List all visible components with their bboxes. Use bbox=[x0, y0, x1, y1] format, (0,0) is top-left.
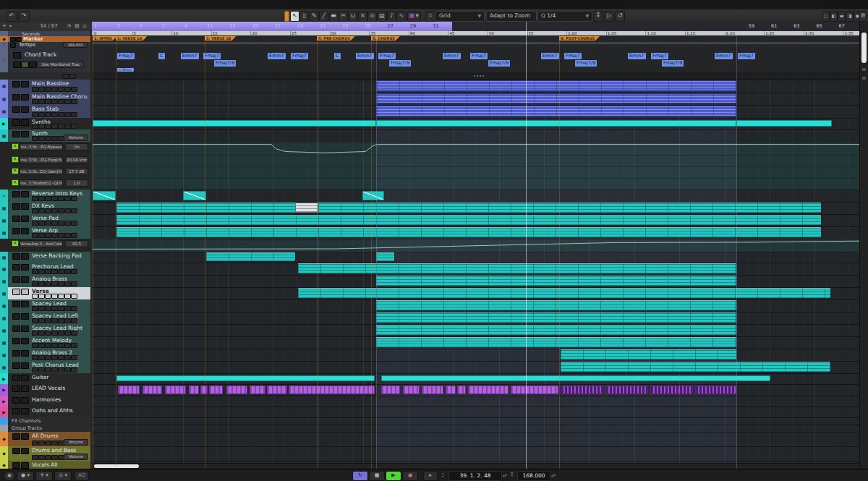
chord-event[interactable]: Fmaj7 bbox=[470, 53, 488, 59]
stop-button[interactable]: ■ bbox=[369, 471, 385, 481]
mute-button[interactable] bbox=[12, 301, 20, 307]
color-tool[interactable]: ▾ bbox=[407, 11, 421, 22]
track-control-button[interactable] bbox=[45, 124, 51, 129]
reversed-audio-event[interactable] bbox=[93, 191, 116, 200]
audio-event[interactable] bbox=[142, 386, 162, 394]
track-control-button[interactable] bbox=[32, 221, 38, 226]
solo-button[interactable] bbox=[21, 131, 29, 137]
track-row-post-chorus-lead[interactable]: ▦Post Chorus Lead bbox=[0, 361, 90, 374]
midi-event[interactable] bbox=[376, 80, 736, 91]
track-row-guitar[interactable]: ▶Guitar bbox=[0, 373, 90, 385]
track-control-button[interactable] bbox=[45, 112, 51, 117]
midi-event[interactable] bbox=[376, 263, 736, 273]
track-control-button[interactable] bbox=[45, 318, 51, 323]
add-track-icon[interactable]: + bbox=[2, 23, 7, 29]
track-control-button[interactable] bbox=[32, 306, 38, 311]
track-control-button[interactable] bbox=[64, 269, 71, 274]
audio-event[interactable] bbox=[446, 386, 456, 394]
chord-event[interactable]: Emin7 bbox=[443, 53, 461, 59]
track-control-button[interactable] bbox=[32, 112, 38, 117]
track-lane-spacey-lead[interactable] bbox=[92, 299, 859, 312]
track-lane-dx-keys[interactable] bbox=[92, 202, 859, 215]
solo-button[interactable] bbox=[21, 462, 29, 469]
chord-event[interactable]: Fmaj7 bbox=[738, 53, 755, 59]
window-zone-icon-0[interactable]: ▢ bbox=[822, 11, 830, 22]
midi-event[interactable] bbox=[376, 203, 821, 213]
chord-mini-button[interactable] bbox=[21, 61, 29, 68]
mute-button[interactable] bbox=[12, 276, 20, 283]
track-lane-lead-vocals[interactable] bbox=[92, 384, 859, 396]
glue-tool-icon[interactable]: ⊔ bbox=[348, 11, 357, 22]
track-lane-spacey-lead-left[interactable] bbox=[92, 312, 859, 325]
chord-event[interactable]: Fmaj7 bbox=[117, 53, 135, 59]
mute-button[interactable] bbox=[12, 433, 20, 440]
audio-event[interactable] bbox=[511, 386, 558, 394]
audio-event[interactable] bbox=[605, 386, 648, 394]
solo-button[interactable] bbox=[21, 448, 29, 454]
folder-part[interactable] bbox=[376, 120, 736, 127]
tempo-spinner-icon[interactable]: ▴▾ bbox=[551, 472, 556, 477]
solo-button[interactable] bbox=[21, 362, 29, 369]
mute-button[interactable] bbox=[12, 350, 20, 357]
volume-fader-label[interactable]: Volume bbox=[64, 454, 88, 460]
minimize-window-icon[interactable] bbox=[17, 3, 22, 8]
track-row-dx-keys[interactable]: ▦DX Keys bbox=[0, 202, 90, 215]
audio-event[interactable] bbox=[267, 386, 287, 394]
solo-button[interactable] bbox=[21, 203, 29, 210]
solo-button[interactable] bbox=[21, 350, 29, 357]
track-control-button[interactable] bbox=[58, 269, 64, 274]
track-control-button[interactable] bbox=[64, 208, 71, 213]
mute-button[interactable] bbox=[12, 397, 20, 404]
track-control-button[interactable] bbox=[51, 355, 58, 360]
punch-mode-select[interactable]: ✛ ▾ bbox=[35, 471, 53, 481]
chord-event[interactable]: C bbox=[158, 53, 165, 59]
tracklist-header-icon-1[interactable]: ▤ bbox=[75, 23, 80, 29]
time-spinner-icon[interactable]: ▴▾ bbox=[503, 472, 507, 477]
chord-mini-button[interactable] bbox=[29, 61, 37, 68]
track-control-button[interactable] bbox=[58, 221, 64, 226]
track-control-button[interactable] bbox=[71, 306, 77, 311]
track-control-button[interactable] bbox=[51, 367, 58, 373]
track-control-button[interactable] bbox=[71, 208, 77, 213]
track-control-button[interactable] bbox=[64, 355, 71, 360]
solo-button[interactable] bbox=[21, 397, 29, 404]
track-control-button[interactable] bbox=[38, 455, 45, 460]
track-control-button[interactable] bbox=[45, 233, 51, 238]
activate-project-button[interactable] bbox=[284, 11, 289, 22]
track-control-button[interactable] bbox=[51, 281, 58, 286]
track-control-button[interactable] bbox=[32, 343, 38, 348]
track-control-button[interactable] bbox=[71, 355, 77, 360]
track-control-button[interactable] bbox=[32, 318, 38, 323]
track-control-button[interactable] bbox=[51, 124, 58, 129]
chord-event[interactable]: Emin7 bbox=[181, 53, 199, 59]
track-lane-harmonies[interactable] bbox=[92, 396, 859, 407]
track-control-button[interactable] bbox=[45, 455, 51, 460]
track-lane-synths[interactable] bbox=[92, 118, 859, 130]
track-control-button[interactable] bbox=[71, 196, 77, 201]
track-control-button[interactable] bbox=[51, 136, 58, 141]
automation-lane[interactable] bbox=[92, 142, 859, 156]
vertical-scroll-thumb[interactable] bbox=[861, 33, 867, 63]
tempo-value[interactable]: 168.000 bbox=[63, 42, 88, 48]
track-row-all-drums[interactable]: ◆All DrumsVolume bbox=[0, 432, 90, 447]
zoom-mode-select[interactable]: Adapt to Zoom▼ bbox=[486, 11, 537, 22]
track-control-button[interactable] bbox=[38, 196, 45, 201]
audio-event[interactable] bbox=[200, 386, 208, 394]
track-control-button[interactable] bbox=[58, 306, 64, 311]
solo-button[interactable] bbox=[21, 386, 29, 392]
midi-event[interactable] bbox=[298, 263, 376, 273]
vertical-zoom-preset[interactable] bbox=[862, 77, 866, 80]
track-control-button[interactable] bbox=[58, 99, 64, 104]
marker-flag[interactable]: 5: CHORUS bbox=[371, 36, 400, 41]
divider-handle-icon[interactable] bbox=[474, 75, 484, 77]
midi-event[interactable] bbox=[376, 106, 736, 116]
chord-event[interactable]: Fmaj7/9 bbox=[214, 60, 236, 67]
track-control-button[interactable] bbox=[64, 306, 71, 311]
audio-event[interactable] bbox=[468, 386, 509, 394]
track-control-button[interactable] bbox=[51, 208, 58, 213]
chord-event[interactable]: Emin7 bbox=[268, 53, 286, 59]
track-control-button[interactable] bbox=[45, 221, 51, 226]
midi-event[interactable] bbox=[561, 362, 830, 372]
chord-event[interactable]: Fmaj7/9 bbox=[488, 60, 510, 67]
midi-event[interactable] bbox=[376, 312, 736, 323]
